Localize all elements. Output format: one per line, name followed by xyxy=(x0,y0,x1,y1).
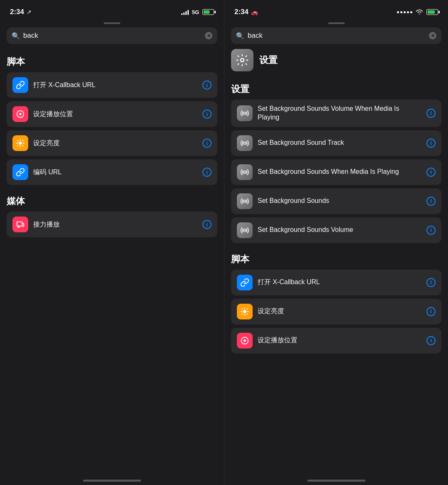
svg-line-23 xyxy=(242,308,243,309)
handoff-label: 接力播放 xyxy=(33,220,197,229)
bg-vol-media-info[interactable]: i xyxy=(426,109,436,118)
left-status-right: 5G xyxy=(181,9,214,15)
bg-sounds-media-info[interactable]: i xyxy=(426,168,436,177)
left-search-bar[interactable]: 🔍 back ✕ xyxy=(7,27,217,44)
encodeurl-icon xyxy=(12,164,28,180)
left-scroll-content: 脚本 打开 X-Callback URL i xyxy=(0,49,224,480)
right-time: 2:34 🚗 xyxy=(234,8,258,16)
svg-line-10 xyxy=(22,140,23,141)
right-search-input[interactable]: back xyxy=(248,32,426,40)
xcallback2-label: 打开 X-Callback URL xyxy=(258,278,421,287)
svg-point-18 xyxy=(243,310,246,313)
right-phone-panel: 2:34 🚗 xyxy=(224,0,448,485)
svg-point-15 xyxy=(243,171,246,173)
list-item-handoff[interactable]: 接力播放 i xyxy=(7,212,217,237)
handoff-info[interactable]: i xyxy=(202,220,212,229)
bg-sounds-media-label: Set Background Sounds When Media Is Play… xyxy=(258,168,421,176)
location-arrow: ↗ xyxy=(27,9,32,15)
list-item-setpos[interactable]: 设定播放位置 i xyxy=(7,101,217,127)
time-text: 2:34 xyxy=(10,8,24,16)
right-battery-fill xyxy=(428,10,435,14)
left-media-title: 媒体 xyxy=(7,195,217,207)
right-app-header: 设置 xyxy=(224,49,448,76)
right-scripts-section: 脚本 打开 X-Callback URL i xyxy=(224,246,448,353)
svg-point-1 xyxy=(19,113,22,115)
svg-point-17 xyxy=(243,229,246,232)
brightness2-info[interactable]: i xyxy=(426,307,436,316)
right-search-bar[interactable]: 🔍 back ✕ xyxy=(231,27,441,44)
xcallback2-info[interactable]: i xyxy=(426,278,436,287)
right-status-right xyxy=(397,9,438,15)
drag-handle xyxy=(104,22,120,24)
svg-line-25 xyxy=(242,314,243,314)
signal-dots xyxy=(397,11,412,13)
list-item-encodeurl[interactable]: 编码 URL i xyxy=(7,159,217,185)
encodeurl-label: 编码 URL xyxy=(33,168,197,177)
bg-track-info[interactable]: i xyxy=(426,139,436,148)
right-app-name: 设置 xyxy=(259,54,278,66)
bg-sounds-info[interactable]: i xyxy=(426,197,436,206)
svg-point-14 xyxy=(243,142,246,144)
search-icon: 🔍 xyxy=(12,32,20,40)
encodeurl-info[interactable]: i xyxy=(202,168,212,177)
svg-point-12 xyxy=(241,58,244,62)
setpos-label: 设定播放位置 xyxy=(33,110,197,119)
xcallback2-icon xyxy=(237,275,253,290)
right-settings-section: 设置 Set Background Sounds Volume When Med… xyxy=(224,76,448,243)
left-scripts-section: 脚本 打开 X-Callback URL i xyxy=(0,49,224,185)
list-item-bg-track[interactable]: Set Background Sound Track i xyxy=(231,130,441,156)
network-type: 5G xyxy=(192,9,199,15)
svg-point-28 xyxy=(243,339,246,342)
setpos2-info[interactable]: i xyxy=(426,336,436,345)
right-search-clear[interactable]: ✕ xyxy=(429,32,436,39)
bg-vol-icon xyxy=(237,222,253,238)
list-item-bg-vol-media[interactable]: Set Background Sounds Volume When Media … xyxy=(231,100,441,127)
brightness2-icon xyxy=(237,304,253,319)
brightness-label: 设定亮度 xyxy=(33,139,197,148)
list-item-bg-sounds-media[interactable]: Set Background Sounds When Media Is Play… xyxy=(231,159,441,185)
xcallback-info[interactable]: i xyxy=(202,80,212,90)
list-item-bg-vol[interactable]: Set Background Sounds Volume i xyxy=(231,217,441,243)
battery-fill xyxy=(204,10,209,14)
bottom-spacer xyxy=(224,357,448,365)
svg-point-16 xyxy=(243,200,246,202)
left-time: 2:34 ↗ xyxy=(10,8,32,16)
bg-sounds-media-icon xyxy=(237,164,253,180)
settings-app-icon xyxy=(231,49,253,71)
left-status-bar: 2:34 ↗ 5G xyxy=(0,0,224,21)
svg-line-9 xyxy=(17,145,18,146)
setpos-info[interactable]: i xyxy=(202,110,212,119)
setpos2-label: 设定播放位置 xyxy=(258,336,421,345)
left-search-clear[interactable]: ✕ xyxy=(205,32,212,39)
bg-vol-info[interactable]: i xyxy=(426,226,436,235)
svg-line-7 xyxy=(17,140,18,141)
list-item-xcallback[interactable]: 打开 X-Callback URL i xyxy=(7,72,217,98)
bg-vol-media-icon xyxy=(237,105,253,121)
right-settings-title: 设置 xyxy=(231,83,441,95)
svg-line-26 xyxy=(247,308,248,309)
left-scripts-title: 脚本 xyxy=(7,56,217,68)
brightness-icon xyxy=(12,135,28,151)
list-item-bg-sounds[interactable]: Set Background Sounds i xyxy=(231,188,441,214)
bg-track-icon xyxy=(237,135,253,151)
left-phone-panel: 2:34 ↗ 5G 🔍 back ✕ 脚本 xyxy=(0,0,224,485)
right-search-icon: 🔍 xyxy=(236,32,244,40)
brightness2-label: 设定亮度 xyxy=(258,307,421,316)
svg-point-13 xyxy=(243,112,246,115)
right-time-text: 2:34 xyxy=(234,8,248,16)
left-home-indicator xyxy=(83,480,141,482)
bg-track-label: Set Background Sound Track xyxy=(258,139,421,147)
list-item-brightness[interactable]: 设定亮度 i xyxy=(7,130,217,156)
svg-line-8 xyxy=(22,145,23,146)
list-item-brightness2[interactable]: 设定亮度 i xyxy=(231,299,441,324)
right-status-bar: 2:34 🚗 xyxy=(224,0,448,21)
left-media-section: 媒体 接力播放 i xyxy=(0,188,224,237)
brightness-info[interactable]: i xyxy=(202,139,212,148)
left-search-input[interactable]: back xyxy=(23,32,202,40)
list-item-xcallback2[interactable]: 打开 X-Callback URL i xyxy=(231,270,441,295)
car-icon: 🚗 xyxy=(251,9,258,15)
right-scroll-content: 设置 设置 Set Background Sounds Volume When … xyxy=(224,49,448,480)
setpos-icon xyxy=(12,106,28,122)
battery-icon xyxy=(202,9,214,15)
list-item-setpos2[interactable]: 设定播放位置 i xyxy=(231,328,441,353)
